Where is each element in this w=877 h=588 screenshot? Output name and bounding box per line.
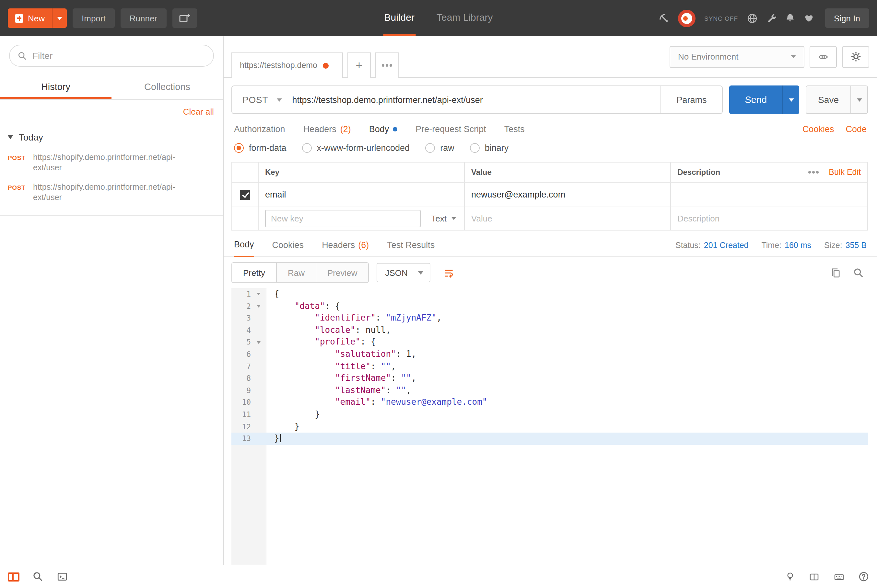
cookies-link[interactable]: Cookies — [802, 124, 834, 134]
environment-settings-button[interactable] — [842, 46, 869, 68]
environment-select[interactable]: No Environment — [669, 46, 805, 68]
status-meta: Status:201 Created — [675, 241, 748, 250]
row-checkbox[interactable] — [240, 189, 250, 200]
description-cell[interactable] — [670, 183, 867, 207]
tab-authorization[interactable]: Authorization — [234, 124, 285, 134]
status-value[interactable]: 201 Created — [704, 241, 749, 250]
response-body-editor[interactable]: 1{2 "data": {3 "identifier": "mZjynAFZ",… — [232, 288, 868, 565]
search-response-button[interactable] — [853, 267, 864, 278]
keyboard-shortcuts-icon[interactable] — [833, 572, 845, 582]
code-line[interactable]: 3 "identifier": "mZjynAFZ", — [232, 312, 868, 324]
send-dropdown-button[interactable] — [782, 86, 799, 114]
history-group-today[interactable]: Today — [0, 124, 223, 148]
new-window-button[interactable] — [172, 8, 197, 28]
request-tab[interactable]: https://testshop.demo — [232, 52, 343, 78]
two-pane-layout-icon[interactable] — [808, 572, 820, 582]
tab-headers[interactable]: Headers (2) — [303, 124, 351, 134]
sync-satellite-icon[interactable] — [658, 12, 670, 24]
gear-icon — [850, 51, 861, 62]
tab-builder[interactable]: Builder — [383, 0, 416, 36]
size-value[interactable]: 355 B — [845, 241, 866, 250]
value-cell[interactable]: newuser@example.com — [464, 183, 670, 207]
wrench-icon[interactable] — [766, 13, 776, 23]
history-item[interactable]: POST https://shopify.demo.printformer.ne… — [0, 177, 223, 207]
code-line[interactable]: 2 "data": { — [232, 300, 868, 312]
globe-icon[interactable] — [746, 13, 757, 24]
help-icon[interactable] — [858, 571, 869, 582]
value-type-select[interactable]: Text — [423, 214, 457, 224]
response-tab-headers[interactable]: Headers (6) — [322, 240, 369, 256]
history-method-label: POST — [8, 154, 27, 173]
import-button[interactable]: Import — [72, 8, 115, 28]
response-tab-cookies[interactable]: Cookies — [272, 240, 304, 256]
sign-in-button[interactable]: Sign In — [825, 8, 869, 28]
code-line[interactable]: 9 "lastName": "", — [232, 385, 868, 397]
heart-icon[interactable] — [803, 13, 814, 23]
bulk-edit-link[interactable]: Bulk Edit — [829, 168, 861, 177]
toggle-sidebar-icon[interactable] — [8, 572, 20, 581]
tab-body[interactable]: Body — [369, 124, 398, 134]
tab-prerequest-script[interactable]: Pre-request Script — [415, 124, 486, 134]
fold-spacer — [251, 324, 266, 336]
filter-input[interactable] — [32, 51, 206, 61]
url-input[interactable]: https://testshop.demo.printformer.net/ap… — [292, 86, 660, 113]
more-options-icon[interactable] — [808, 171, 811, 174]
code-line[interactable]: 5 "profile": { — [232, 336, 868, 348]
view-raw-button[interactable]: Raw — [276, 263, 316, 282]
body-mode-row: form-data x-www-form-urlencoded raw bina… — [224, 142, 877, 162]
save-button[interactable]: Save — [806, 86, 851, 114]
global-search-icon[interactable] — [32, 571, 44, 582]
console-icon[interactable] — [56, 571, 68, 582]
code-line[interactable]: 11 } — [232, 409, 868, 421]
clear-all-link[interactable]: Clear all — [183, 107, 214, 117]
new-description-placeholder[interactable]: Description — [677, 214, 719, 224]
new-button[interactable]: New — [8, 8, 52, 28]
tab-history[interactable]: History — [0, 75, 111, 99]
key-cell[interactable]: email — [258, 183, 464, 207]
copy-response-button[interactable] — [830, 267, 841, 278]
runner-button[interactable]: Runner — [120, 8, 166, 28]
wrap-text-button[interactable] — [438, 263, 460, 282]
response-tab-body[interactable]: Body — [234, 240, 254, 257]
code-line[interactable]: 4 "locale": null, — [232, 324, 868, 336]
send-button[interactable]: Send — [729, 86, 782, 114]
fold-arrow-icon[interactable] — [251, 300, 266, 312]
postman-logo-icon[interactable] — [678, 9, 696, 27]
response-tab-test-results[interactable]: Test Results — [387, 240, 435, 256]
code-line[interactable]: 7 "title": "", — [232, 360, 868, 372]
code-link[interactable]: Code — [845, 124, 866, 134]
new-dropdown-button[interactable] — [52, 8, 67, 28]
format-select[interactable]: JSON — [377, 263, 430, 282]
time-value[interactable]: 160 ms — [785, 241, 811, 250]
mode-binary[interactable]: binary — [470, 143, 509, 153]
method-select[interactable]: POST — [232, 86, 292, 113]
code-line[interactable]: 10 "email": "newuser@example.com" — [232, 397, 868, 409]
view-pretty-button[interactable]: Pretty — [232, 263, 276, 282]
tab-collections[interactable]: Collections — [111, 75, 223, 99]
tab-options-button[interactable] — [375, 52, 399, 78]
view-preview-button[interactable]: Preview — [316, 263, 369, 282]
table-new-row: Text Value Description — [232, 207, 867, 230]
hints-lightbulb-icon[interactable] — [785, 571, 795, 582]
tab-team-library[interactable]: Team Library — [435, 0, 494, 36]
code-line[interactable]: 13} — [232, 433, 868, 444]
fold-arrow-icon[interactable] — [251, 288, 266, 300]
new-tab-button[interactable] — [347, 52, 371, 78]
tab-tests[interactable]: Tests — [504, 124, 525, 134]
mode-raw[interactable]: raw — [425, 143, 454, 153]
code-line[interactable]: 6 "salutation": 1, — [232, 348, 868, 360]
mode-form-data[interactable]: form-data — [234, 143, 286, 153]
mode-x-www-form-urlencoded[interactable]: x-www-form-urlencoded — [302, 143, 410, 153]
code-line[interactable]: 12 } — [232, 421, 868, 433]
fold-arrow-icon[interactable] — [251, 336, 266, 348]
new-key-input[interactable] — [265, 210, 421, 227]
code-line[interactable]: 1{ — [232, 288, 868, 300]
environment-quicklook-button[interactable] — [809, 46, 837, 68]
save-dropdown-button[interactable] — [851, 86, 868, 114]
notifications-bell-icon[interactable] — [785, 13, 795, 23]
history-item[interactable]: POST https://shopify.demo.printformer.ne… — [0, 148, 223, 177]
code-line[interactable]: 8 "firstName": "", — [232, 372, 868, 384]
new-value-placeholder[interactable]: Value — [471, 214, 492, 224]
code-text: "salutation": 1, — [266, 348, 868, 360]
params-button[interactable]: Params — [660, 86, 722, 113]
